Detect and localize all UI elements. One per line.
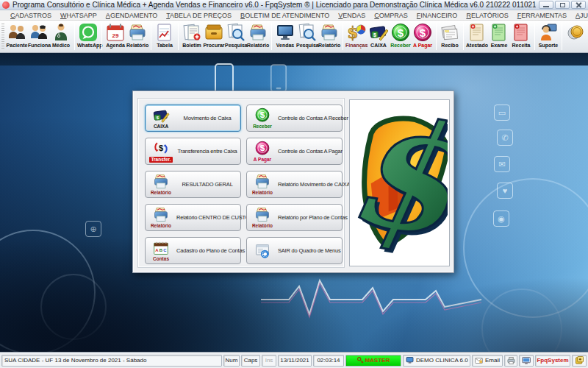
resultado-geral-button[interactable]: Relatório RESULTADO GERAL — [145, 171, 241, 198]
menu-cadastros[interactable]: CADASTROS — [6, 12, 56, 19]
toolbar-atestado-button[interactable]: Atestado — [466, 21, 488, 52]
exit-screen-icon — [254, 243, 271, 259]
window-title: Programa Consultório e Clínica Médica + … — [12, 1, 536, 9]
status-email-button[interactable]: Email — [472, 355, 503, 367]
menu-bar: CADASTROS WHATSAPP AGENDAMENTO TABELA DE… — [0, 10, 588, 21]
pay-sphere-icon: $ — [254, 141, 271, 157]
menu-buttons-groupbox: $ CAIXA Movimento de Caixa $ Receber Con… — [137, 98, 345, 268]
menu-compras[interactable]: COMPRAS — [370, 12, 412, 19]
toolbar-separator — [436, 23, 437, 50]
doctor-icon — [51, 23, 71, 42]
cashbook-icon: $ — [152, 107, 170, 124]
toolbar-pesquisa-boletim-button[interactable]: Pesquisa — [225, 21, 247, 52]
menu-whatsapp[interactable]: WHATSAPP — [56, 12, 101, 19]
contas-a-receber-button[interactable]: $ Receber Controle do Contas A Receber — [246, 105, 343, 132]
menu-agendamento[interactable]: AGENDAMENTO — [101, 12, 162, 19]
toolbar-whatsapp-button[interactable]: WhatsApp — [77, 21, 99, 52]
toolbar-coin-button[interactable] — [564, 21, 587, 52]
support-icon — [539, 23, 558, 42]
toolbar-separator — [271, 23, 272, 50]
key-icon — [357, 357, 364, 364]
search-docs-icon — [298, 23, 317, 42]
transferencia-caixa-button[interactable]: $ Transfer. Transferencia entre Caixa — [145, 138, 241, 165]
toolbar-paciente-button[interactable]: Paciente — [6, 21, 28, 52]
accounts-calendar-icon: ABC — [152, 240, 170, 256]
contas-a-pagar-button[interactable]: $ A Pagar Controle do Contas A Pagar — [246, 138, 343, 165]
svg-text:A: A — [155, 248, 159, 252]
status-capslock: Caps — [241, 355, 260, 367]
desktop-wallpaper: ▭ ✆ ✉ ♥ ◉ ⊕ $ CAIXA Movimento de Caixa — [0, 53, 588, 352]
toolbar-financas-button[interactable]: $ Finanças — [345, 21, 368, 52]
menu-ferramentas[interactable]: FERRAMENTAS — [513, 12, 571, 19]
status-time: 02:03:14 — [313, 355, 344, 367]
status-bar: SUA CIDADE - UF 13 de Novembro de 2021 -… — [0, 352, 588, 368]
relatorio-movimento-caixa-button[interactable]: Relatório Relatório Movimento de CAIXA — [246, 171, 343, 198]
close-button[interactable] — [571, 1, 586, 9]
toolbar-exame-button[interactable]: Exame — [488, 21, 510, 52]
whatsapp-icon — [79, 23, 98, 42]
menu-financeiro[interactable]: FINANCEIRO — [412, 12, 462, 19]
maximize-button[interactable] — [555, 1, 570, 9]
toolbar-relatorio-agenda-button[interactable]: Relatório — [126, 21, 148, 52]
toolbar-agenda-button[interactable]: 29 Agenda — [104, 21, 126, 52]
status-app-badge[interactable] — [572, 355, 587, 367]
badge-icon — [576, 356, 584, 364]
toolbar-vendas-button[interactable]: Vendas — [274, 21, 296, 52]
toolbar-separator — [101, 23, 102, 50]
relatorio-centro-custos-button[interactable]: Relatório Relatório CENTRO DE CUSTOS — [145, 204, 241, 231]
toolbar-suporte-button[interactable]: Suporte — [537, 21, 559, 52]
toolbar-apagar-button[interactable]: $ A Pagar — [412, 21, 434, 52]
exam-icon — [490, 23, 509, 42]
toolbar-separator — [463, 23, 464, 50]
menu-boletim[interactable]: BOLETIM DE ATENDIMENTO — [236, 12, 334, 19]
toolbar-procurar-button[interactable]: Procurar — [203, 21, 225, 52]
toolbar-medico-button[interactable]: Médico — [50, 21, 72, 52]
status-display-button[interactable] — [519, 355, 534, 367]
toolbar-boletim-button[interactable]: Boletim — [181, 21, 203, 52]
menu-ajuda[interactable]: AJUDA — [571, 12, 588, 19]
toolbar-funcionario-button[interactable]: Funciona — [28, 21, 50, 52]
wallpaper-top-band — [0, 53, 588, 66]
bulletin-icon — [182, 23, 201, 42]
menu-relatorios[interactable]: RELATÓRIOS — [462, 12, 512, 19]
svg-text:$: $ — [159, 144, 163, 152]
svg-text:B: B — [159, 248, 162, 252]
email-icon — [475, 358, 483, 364]
toolbar-relatorio-boletim-button[interactable]: Relatório — [247, 21, 269, 52]
certificate-icon — [467, 23, 487, 42]
toolbar-pesquisa-vendas-button[interactable]: Pesquisa — [296, 21, 318, 52]
svg-text:$: $ — [260, 110, 265, 120]
search-docs-icon — [226, 23, 245, 42]
dollar-shield-art: $ $ — [351, 102, 448, 264]
status-location: SUA CIDADE - UF 13 de Novembro de 2021 -… — [1, 355, 222, 367]
svg-text:$: $ — [420, 26, 426, 39]
wallpaper-phone-glyph: ✆ — [497, 130, 513, 146]
status-date: 13/11/2021 — [278, 355, 312, 367]
toolbar-tabela-button[interactable]: Tabela — [154, 21, 176, 52]
toolbar-recibo-button[interactable]: Recibo — [439, 21, 461, 52]
report-printer-icon — [152, 174, 170, 190]
toolbar-relatorio-vendas-button[interactable]: Relatório — [318, 21, 340, 52]
toolbar-caixa-button[interactable]: $ CAIXA — [368, 21, 390, 52]
menu-tabela-precos[interactable]: TABELA DE PREÇOS — [162, 12, 236, 19]
status-print-button[interactable] — [504, 355, 517, 367]
printer-icon — [320, 23, 339, 42]
minimize-button[interactable] — [539, 1, 553, 9]
sair-quadro-menus-button[interactable]: SAIR do Quadro de Menus — [246, 237, 343, 264]
cadastro-plano-contas-button[interactable]: ABC Contas Cadastro do Plano de Contas — [145, 237, 241, 264]
title-bar: Programa Consultório e Clínica Médica + … — [0, 0, 588, 10]
prescription-icon — [512, 23, 531, 42]
report-printer-icon — [254, 174, 271, 190]
printer-icon — [248, 23, 268, 42]
toolbar-receita-button[interactable]: Receita — [510, 21, 532, 52]
status-numlock: Num — [223, 355, 240, 367]
menu-vendas[interactable]: VENDAS — [334, 12, 370, 19]
svg-text:$: $ — [347, 23, 358, 42]
relatorio-plano-contas-button[interactable]: Relatório Relatório por Plano de Contas — [246, 204, 343, 231]
artwork-panel: $ $ — [349, 99, 450, 266]
toolbar-receber-button[interactable]: $ Receber — [390, 21, 412, 52]
movimento-caixa-button[interactable]: $ CAIXA Movimento de Caixa — [145, 105, 241, 132]
toolbar-separator — [74, 23, 75, 50]
app-logo-icon — [2, 1, 10, 9]
svg-text:$: $ — [398, 26, 404, 39]
